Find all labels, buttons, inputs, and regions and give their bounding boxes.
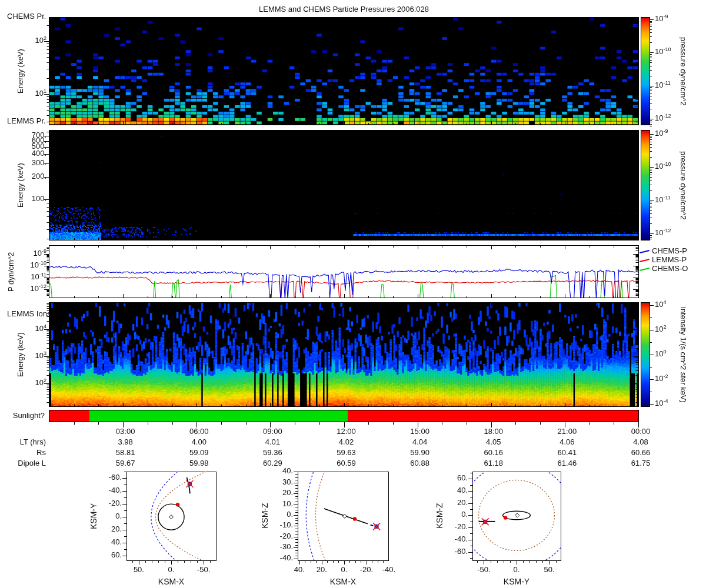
ephemeris-row-label-rs: Rs: [0, 449, 46, 457]
orbit-y-tick-label: 30.: [273, 478, 293, 486]
ephemeris-value-dipole: 60.59: [325, 459, 368, 467]
orbit-y-axis-title: KSM-Z: [435, 472, 445, 560]
colorbar-ions: [641, 302, 650, 407]
y-tick-label-pressure: 10-10: [19, 260, 46, 270]
ephemeris-value-lt: 4.05: [472, 438, 515, 446]
sunlight-segment-no-2: [348, 410, 638, 422]
ephemeris-value-dipole: 59.67: [104, 459, 146, 467]
orbit-y-tick-label: -40.: [448, 535, 468, 543]
sunlight-segment-no-0: [49, 410, 89, 422]
panel-label-lemms: LEMMS Pr.: [7, 117, 46, 125]
ephemeris-value-rs: 59.90: [399, 449, 441, 457]
y-tick-label-lemms: 100.: [19, 195, 46, 203]
colorbar-tick-label-chems: 10-9: [655, 14, 690, 24]
y-axis-title-pressure: P dyn/cm^2: [7, 245, 16, 299]
y-tick-label-ions: 103: [19, 351, 46, 360]
orbit-y-tick-label: -40.: [102, 486, 122, 495]
time-tick-label: 06:00: [178, 427, 220, 436]
orbit-y-tick-label: 20.: [448, 499, 468, 507]
orbit-y-tick-label: -40.: [273, 554, 293, 562]
ephemeris-value-dipole: 61.46: [546, 459, 588, 467]
orbit-x-tick-label: -40.: [374, 566, 404, 574]
colorbar-title-chems: pressure dyne/cm^2: [678, 18, 687, 125]
orbit-y-tick-label: 0.: [102, 512, 122, 520]
time-tick-label: 15:00: [399, 427, 441, 436]
sunlight-segment-yes-1: [89, 410, 348, 422]
legend-label-lemms-p: LEMMS-P: [652, 256, 687, 264]
y-tick-label-ions: 104: [19, 324, 46, 333]
colorbar-tick-label-lemms: 10-12: [655, 228, 690, 238]
y-tick-label-chems: 102: [19, 36, 46, 45]
panel-label-sunlight: Sunlight?: [0, 412, 45, 420]
time-tick-label: 03:00: [104, 427, 146, 436]
ephemeris-value-rs: 60.66: [620, 449, 662, 457]
panel-label-ions: LEMMS Ions: [7, 310, 51, 318]
ephemeris-value-rs: 60.41: [546, 449, 588, 457]
colorbar-lemms: [641, 130, 650, 240]
ephemeris-row-label-lt: LT (hrs): [0, 438, 46, 446]
ephemeris-value-lt: 4.01: [251, 438, 294, 446]
legend-line-chems-o: [640, 268, 650, 271]
legend-label-chems-p: CHEMS-P: [652, 247, 687, 255]
time-tick-label: 21:00: [546, 427, 588, 436]
orbit-x-tick-label: 50.: [535, 566, 564, 574]
ephemeris-value-rs: 58.81: [104, 449, 146, 457]
ephemeris-row-label-dipole: Dipole L: [0, 459, 46, 467]
y-tick-label-pressure: 10-11: [19, 272, 46, 282]
y-tick-label-pressure: 10-12: [19, 284, 46, 293]
orbit-y-tick-label: 0.: [273, 510, 293, 519]
time-tick-label: 00:00: [620, 427, 662, 436]
ephemeris-value-lt: 4.08: [620, 438, 662, 446]
plot-page: LEMMS and CHEMS Particle Pressures 2006:…: [0, 0, 706, 588]
colorbar-chems: [641, 17, 650, 125]
y-tick-label-lemms: 400.: [19, 149, 46, 158]
time-tick-label: 09:00: [251, 427, 294, 436]
ephemeris-value-dipole: 59.98: [178, 459, 220, 467]
y-axis-title-chems: Energy (keV): [16, 18, 26, 125]
orbit-y-tick-label: 0.: [448, 510, 468, 519]
y-tick-label-lemms: 200.: [19, 172, 46, 181]
ephemeris-value-lt: 4.02: [325, 438, 368, 446]
ephemeris-value-dipole: 60.88: [399, 459, 441, 467]
colorbar-tick-label-ions: 10-4: [655, 399, 690, 408]
orbit-y-tick-label: 20.: [273, 489, 293, 497]
ephemeris-value-lt: 4.00: [178, 438, 220, 446]
orbit-y-axis-title: KSM-Z: [261, 472, 270, 560]
ephemeris-value-rs: 59.36: [251, 449, 294, 457]
legend-label-chems-o: CHEMS-O: [652, 265, 688, 273]
colorbar-tick-label-ions: 100: [655, 349, 690, 359]
colorbar-tick-label-chems: 10-11: [655, 81, 690, 90]
colorbar-tick-label-chems: 10-10: [655, 47, 690, 56]
pressure-line-plot: [49, 245, 639, 298]
legend-line-lemms-p: [640, 259, 650, 262]
orbit-y-tick-label: -60.: [448, 547, 468, 556]
plot-title: LEMMS and CHEMS Particle Pressures 2006:…: [49, 5, 638, 14]
sunlight-bar: [49, 410, 639, 422]
y-tick-label-pressure: 10-9: [19, 249, 46, 258]
lemms-pressure-spectrogram: [49, 130, 639, 240]
orbit-x-axis-title: KSM-X: [148, 577, 195, 586]
orbit-y-tick-label: 40.: [273, 467, 293, 475]
ephemeris-value-rs: 59.09: [178, 449, 220, 457]
ephemeris-value-rs: 60.16: [472, 449, 515, 457]
ephemeris-value-rs: 59.63: [325, 449, 368, 457]
colorbar-title-lemms: pressure dyne/cm^2: [678, 131, 687, 240]
orbit-y-tick-label: 60.: [448, 474, 468, 482]
chems-pressure-spectrogram: [49, 17, 639, 125]
ephemeris-value-lt: 3.98: [104, 438, 146, 446]
colorbar-tick-label-ions: 104: [655, 300, 690, 309]
colorbar-tick-label-ions: 10-2: [655, 374, 690, 383]
orbit-y-tick-label: 40.: [102, 538, 122, 546]
orbit-y-tick-label: 10.: [273, 500, 293, 508]
y-tick-label-ions: 102: [19, 378, 46, 387]
colorbar-tick-label-lemms: 10-10: [655, 162, 690, 171]
orbit-x-tick-label: -50.: [469, 566, 498, 574]
orbit-x-tick-label: 0.: [502, 566, 531, 574]
ephemeris-value-lt: 4.04: [399, 438, 441, 446]
colorbar-tick-label-lemms: 10-9: [655, 129, 690, 138]
orbit-y-tick-label: 60.: [102, 551, 122, 559]
colorbar-tick-label-chems: 10-12: [655, 113, 690, 123]
panel-label-chems: CHEMS Pr.: [7, 12, 46, 21]
colorbar-tick-label-ions: 102: [655, 325, 690, 334]
y-tick-label-lemms: 300.: [19, 159, 46, 167]
